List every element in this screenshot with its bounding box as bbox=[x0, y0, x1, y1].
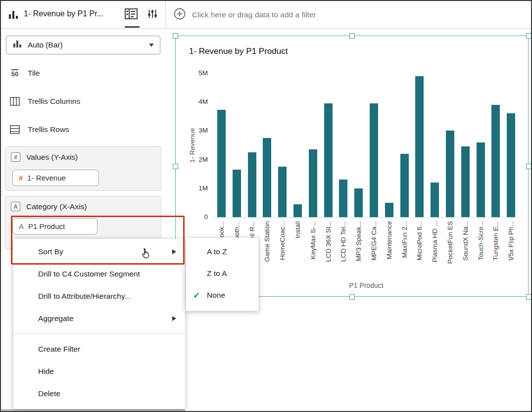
menu-item-sort-by[interactable]: Sort By bbox=[13, 240, 185, 263]
menu-item-aggregate[interactable]: Aggregate bbox=[13, 307, 185, 329]
hide-label: Hide bbox=[38, 367, 54, 376]
menu-separator bbox=[13, 333, 185, 334]
menu-item-hide[interactable]: Hide bbox=[13, 360, 185, 382]
none-label: None bbox=[207, 291, 225, 300]
submenu-item-a-to-z[interactable]: A to Z bbox=[186, 241, 258, 263]
selection-handle-bottom-right[interactable] bbox=[526, 294, 532, 300]
menu-item-delete[interactable]: Delete bbox=[13, 382, 185, 405]
selection-handle-top-center[interactable] bbox=[349, 33, 355, 39]
sort-submenu: A to Z Z to A ✓ None bbox=[186, 237, 259, 311]
selection-handle-top-left[interactable] bbox=[173, 33, 178, 39]
aggregate-label: Aggregate bbox=[38, 314, 74, 323]
menu-item-drill-segment[interactable]: Drill to C4 Customer Segment bbox=[13, 263, 185, 285]
sort-by-label: Sort By bbox=[38, 247, 63, 256]
delete-label: Delete bbox=[38, 389, 60, 398]
z-to-a-label: Z to A bbox=[207, 269, 227, 278]
selection-handle-mid-right[interactable] bbox=[526, 164, 532, 169]
horizontal-scrollbar[interactable] bbox=[1, 409, 185, 412]
create-filter-label: Create Filter bbox=[38, 345, 80, 354]
menu-item-create-filter[interactable]: Create Filter bbox=[13, 338, 185, 360]
drill-attribute-label: Drill to Attribute/Hierarchy... bbox=[38, 292, 131, 301]
selection-handle-top-right[interactable] bbox=[526, 33, 532, 39]
submenu-arrow-icon bbox=[172, 249, 176, 254]
context-menu: Sort By Drill to C4 Customer Segment Dri… bbox=[13, 239, 185, 409]
selection-handle-mid-left[interactable] bbox=[173, 164, 178, 169]
a-to-z-label: A to Z bbox=[207, 247, 227, 256]
selection-handle-bottom-center[interactable] bbox=[349, 294, 355, 300]
submenu-arrow-icon bbox=[172, 316, 176, 321]
submenu-item-none[interactable]: ✓ None bbox=[186, 284, 258, 306]
submenu-item-z-to-a[interactable]: Z to A bbox=[186, 263, 258, 284]
drill-segment-label: Drill to C4 Customer Segment bbox=[38, 270, 140, 278]
menu-item-drill-attribute[interactable]: Drill to Attribute/Hierarchy... bbox=[13, 285, 185, 307]
checkmark-icon: ✓ bbox=[193, 290, 200, 301]
